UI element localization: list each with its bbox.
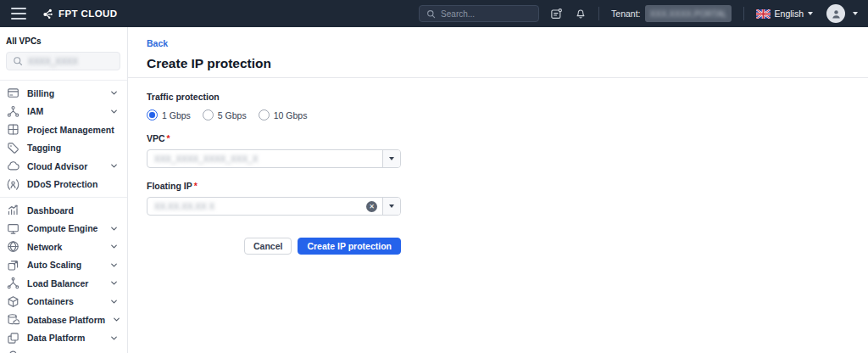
radio-1-gbps[interactable]: 1 Gbps (147, 109, 191, 120)
chevron-down-icon (808, 12, 813, 15)
sidebar-item-label: Auto Scaling (27, 260, 81, 270)
floating-ip-select-value: XX.XX.XX.XX X (147, 202, 366, 211)
required-mark: * (167, 133, 170, 143)
sidebar-item-dashboard[interactable]: Dashboard (0, 201, 127, 220)
load-balancer-icon (7, 277, 19, 289)
sidebar-item-billing[interactable]: Billing (0, 84, 127, 103)
page-title: Create IP protection (147, 56, 868, 71)
chevron-down-icon[interactable] (110, 279, 118, 287)
chevron-down-icon[interactable] (110, 334, 118, 342)
sidebar-item-ddos-protection[interactable]: DDoS Protection (0, 176, 127, 194)
sidebar-item-label: Tagging (27, 143, 61, 153)
whats-new-icon[interactable] (550, 8, 563, 20)
topbar: FPT CLOUD Tenant: XXX.XXX (0, 0, 868, 27)
chevron-down-icon[interactable] (110, 108, 118, 115)
radio-label: 5 Gbps (218, 110, 247, 120)
chevron-down-icon[interactable] (110, 225, 118, 233)
auto-scaling-icon (7, 259, 19, 272)
floating-ip-field: Floating IP* XX.XX.XX.XX X ✕ (147, 181, 401, 216)
compute-engine-icon (7, 222, 19, 235)
radio-5-gbps[interactable]: 5 Gbps (203, 109, 247, 120)
topbar-divider (598, 7, 599, 20)
search-input[interactable] (441, 9, 531, 19)
sidebar-item-label: Project Management (27, 125, 114, 135)
sidebar-item-ai-infrastructure[interactable]: AI Infrastructure (0, 347, 127, 353)
radio-label: 1 Gbps (162, 110, 191, 120)
language-selector[interactable]: English (756, 8, 813, 19)
chevron-down-icon[interactable] (853, 12, 858, 15)
radio-label: 10 Gbps (274, 110, 308, 120)
bell-icon[interactable] (575, 8, 587, 20)
sidebar-item-auto-scaling[interactable]: Auto Scaling (0, 256, 127, 275)
molecule-logo-icon (42, 8, 54, 20)
chevron-down-icon[interactable] (382, 198, 400, 215)
tenant-label: Tenant: (611, 8, 640, 19)
radio-circle[interactable] (259, 109, 270, 120)
data-platform-icon (7, 332, 19, 345)
traffic-protection-options: 1 Gbps5 Gbps10 Gbps (147, 109, 401, 120)
sidebar-item-label: IAM (27, 106, 43, 116)
sidebar-item-load-balancer[interactable]: Load Balancer (0, 274, 127, 293)
search-icon (426, 9, 436, 19)
topbar-left: FPT CLOUD (0, 8, 117, 20)
chevron-down-icon[interactable] (110, 162, 118, 170)
chevron-down-icon[interactable] (110, 298, 118, 305)
create-ip-protection-form: Traffic protection 1 Gbps5 Gbps10 Gbps V… (128, 78, 401, 255)
sidebar-item-project-management[interactable]: Project Management (0, 120, 127, 139)
radio-circle[interactable] (147, 109, 158, 120)
tenant-select[interactable]: XXX.XXXX.PORTAL.X (645, 5, 732, 22)
sidebar-item-label: Database Platform (27, 315, 105, 325)
sidebar-group-services: BillingIAMProject ManagementTaggingCloud… (0, 81, 127, 193)
sidebar-item-label: Network (27, 242, 62, 252)
global-search[interactable] (419, 5, 539, 22)
chevron-down-icon[interactable] (110, 261, 118, 269)
billing-icon (7, 87, 19, 99)
required-mark: * (194, 181, 198, 191)
all-vpcs-label: All VPCs (0, 27, 127, 46)
sidebar-item-network[interactable]: Network (0, 238, 127, 256)
chevron-down-icon[interactable] (113, 316, 120, 323)
create-ip-protection-button[interactable]: Create IP protection (298, 238, 401, 255)
sidebar-item-label: Dashboard (27, 205, 74, 216)
sidebar-item-containers[interactable]: Containers (0, 293, 127, 311)
fpt-cloud-logo[interactable]: FPT CLOUD (42, 8, 117, 20)
traffic-protection-label: Traffic protection (147, 92, 401, 102)
sidebar-item-label: Cloud Advisor (27, 161, 87, 171)
sidebar-item-label: DDoS Protection (27, 179, 97, 189)
search-icon (13, 56, 23, 66)
sidebar-item-label: Data Platform (27, 333, 85, 343)
topbar-right: Tenant: XXX.XXXX.PORTAL.X English (419, 4, 868, 23)
chevron-down-icon[interactable] (110, 243, 118, 250)
sidebar-item-data-platform[interactable]: Data Platform (0, 329, 127, 348)
vpc-select[interactable]: XXX_XXXX_XXXX_XXX_X (147, 149, 401, 168)
floating-ip-select[interactable]: XX.XX.XX.XX X ✕ (147, 197, 401, 216)
back-link[interactable]: Back (147, 38, 168, 48)
menu-icon[interactable] (11, 8, 26, 20)
ddos-protection-icon (7, 178, 19, 191)
radio-10-gbps[interactable]: 10 Gbps (259, 109, 308, 120)
vpc-search-value: XXXX_XXXX (28, 57, 78, 66)
sidebar-item-database-platform[interactable]: Database Platform (0, 311, 127, 329)
sidebar-item-label: Compute Engine (27, 223, 97, 233)
sidebar-item-iam[interactable]: IAM (0, 103, 127, 121)
sidebar-item-tagging[interactable]: Tagging (0, 139, 127, 158)
chevron-down-icon[interactable] (110, 89, 118, 97)
floating-ip-label: Floating IP* (147, 181, 401, 191)
main-content: Back Create IP protection Traffic protec… (128, 27, 868, 353)
sidebar-item-label: Billing (27, 88, 54, 98)
vpc-search[interactable]: XXXX_XXXX (6, 52, 120, 70)
tagging-icon (7, 142, 19, 154)
radio-circle[interactable] (203, 109, 214, 120)
database-platform-icon (7, 313, 19, 326)
avatar[interactable] (826, 4, 845, 23)
sidebar-item-compute-engine[interactable]: Compute Engine (0, 220, 127, 238)
chevron-down-icon[interactable] (382, 150, 400, 167)
clear-icon[interactable]: ✕ (366, 201, 377, 212)
containers-icon (7, 295, 19, 308)
sidebar-group-infrastructure: DashboardCompute EngineNetworkAuto Scali… (0, 198, 127, 353)
topbar-divider (743, 7, 744, 20)
sidebar: All VPCs XXXX_XXXX BillingIAMProject Man… (0, 27, 128, 353)
vpc-select-value: XXX_XXXX_XXXX_XXX_X (147, 154, 382, 164)
sidebar-item-cloud-advisor[interactable]: Cloud Advisor (0, 157, 127, 176)
cancel-button[interactable]: Cancel (244, 238, 292, 255)
